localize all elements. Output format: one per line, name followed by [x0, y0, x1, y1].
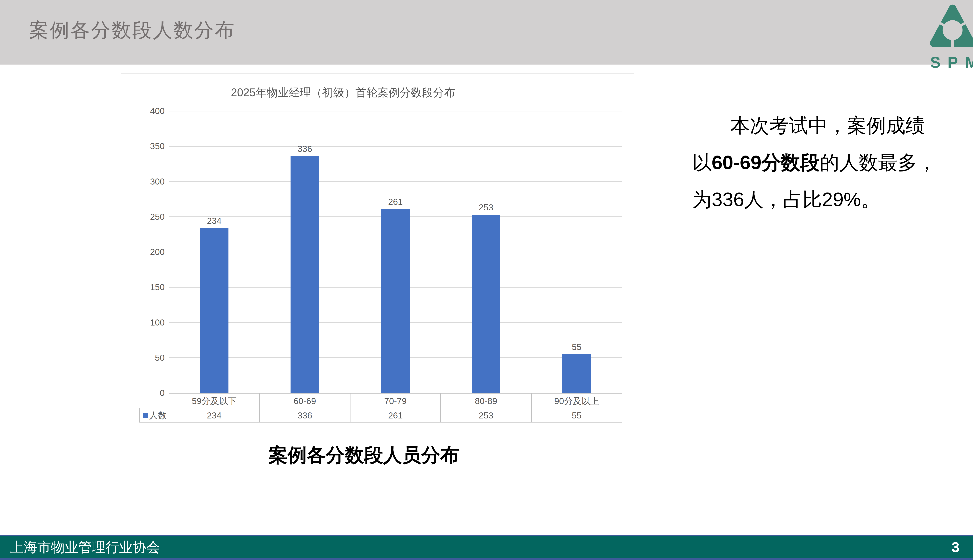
bar	[562, 354, 591, 393]
bar-value-label: 336	[276, 144, 334, 154]
chart-title: 2025年物业经理（初级）首轮案例分数段分布	[121, 86, 565, 98]
legend-series-name: 人数	[149, 410, 167, 421]
analysis-segment: 的人数最多，	[820, 152, 936, 173]
footer-page-number: 3	[944, 536, 967, 558]
page-title: 案例各分数段人数分布	[29, 18, 236, 42]
analysis-line: 为336人，占比29%。	[692, 181, 965, 218]
table-category-cell: 60-69	[259, 396, 350, 407]
spm-triangle-icon	[925, 2, 973, 50]
analysis-line: 本次考试中，案例成绩	[692, 107, 965, 144]
analysis-segment: 以	[692, 152, 712, 173]
gridline	[169, 146, 622, 147]
analysis-text: 本次考试中，案例成绩 以60-69分数段的人数最多， 为336人，占比29%。	[692, 107, 965, 218]
table-value-cell: 253	[441, 410, 532, 421]
y-axis-tick-label: 150	[121, 282, 165, 293]
logo-text: SPM®	[925, 49, 973, 70]
bar	[381, 209, 410, 393]
y-axis-tick-label: 50	[121, 352, 165, 363]
bar-value-label: 261	[366, 197, 425, 207]
table-value-cell: 261	[350, 410, 441, 421]
y-axis-tick-label: 350	[121, 141, 165, 152]
table-line	[139, 408, 622, 408]
bar	[472, 215, 500, 393]
table-value-cell: 55	[531, 410, 622, 421]
logo-letters: SPM	[930, 54, 973, 71]
chart-box: 2025年物业经理（初级）首轮案例分数段分布 05010015020025030…	[120, 73, 634, 433]
analysis-line: 以60-69分数段的人数最多，	[692, 144, 965, 181]
table-category-cell: 80-89	[441, 396, 532, 407]
y-axis-tick-label: 400	[121, 106, 165, 117]
analysis-segment: 本次考试中，案例成绩	[731, 115, 925, 136]
y-axis-tick-label: 100	[121, 317, 165, 328]
table-line	[139, 408, 140, 422]
footer: 上海市物业管理行业协会 3	[0, 535, 973, 560]
bar-value-label: 234	[185, 216, 244, 226]
slide: 案例各分数段人数分布 SPM® 2025年物业经理（初级）首轮案例分数段分布 0…	[0, 0, 973, 560]
bar-value-label: 253	[457, 203, 515, 212]
table-line	[139, 422, 622, 423]
table-category-cell: 70-79	[350, 396, 441, 407]
bar	[291, 156, 319, 393]
footer-org: 上海市物业管理行业协会	[10, 536, 160, 558]
table-category-cell: 90分及以上	[531, 396, 622, 407]
gridline	[169, 181, 622, 182]
bar-value-label: 55	[547, 342, 606, 352]
table-value-cell: 336	[259, 410, 350, 421]
gridline	[169, 111, 622, 112]
banner: 案例各分数段人数分布	[0, 0, 973, 65]
legend-swatch	[143, 413, 148, 418]
table-value-cell: 234	[169, 410, 259, 421]
spm-logo: SPM®	[925, 2, 973, 70]
y-axis-tick-label: 300	[121, 176, 165, 187]
bar	[200, 228, 229, 393]
legend-cell: 人数	[140, 410, 169, 421]
table-line	[169, 393, 622, 393]
y-axis-tick-label: 250	[121, 212, 165, 222]
y-axis-tick-label: 200	[121, 247, 165, 257]
analysis-segment: 为336人，占比29%。	[692, 188, 880, 210]
chart-caption: 案例各分数段人员分布	[228, 444, 500, 466]
table-category-cell: 59分及以下	[169, 396, 259, 407]
analysis-bold-segment: 60-69分数段	[712, 152, 820, 173]
y-axis-tick-label: 0	[121, 388, 165, 398]
